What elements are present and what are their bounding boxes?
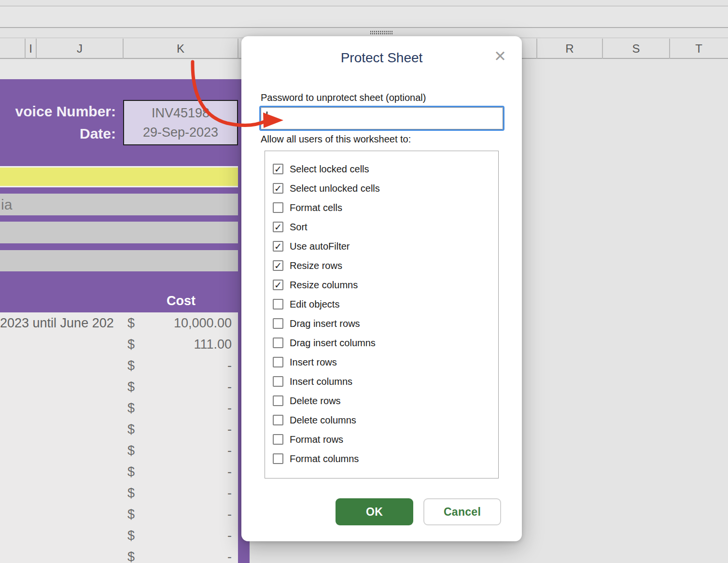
dialog-title: Protect Sheet [241, 50, 522, 66]
checkbox-checked[interactable]: ✓ [273, 241, 283, 252]
column-header-s[interactable]: S [602, 39, 670, 59]
column-header-i[interactable]: I [25, 39, 36, 59]
permission-row: ✓Sort [265, 217, 498, 237]
checkbox-unchecked[interactable] [273, 376, 283, 387]
close-icon[interactable]: ✕ [491, 48, 509, 65]
amount-cell: - [139, 549, 238, 563]
period-cell: 2023 until June 202 [0, 316, 125, 331]
checkbox-unchecked[interactable] [273, 299, 283, 310]
checkbox-unchecked[interactable] [273, 338, 283, 348]
cost-table-row: $- [0, 461, 238, 482]
permission-row: Delete rows [265, 391, 498, 410]
password-label: Password to unprotect sheet (optional) [261, 92, 426, 103]
column-header-j[interactable]: J [36, 39, 123, 59]
permission-label: Insert rows [290, 357, 337, 368]
permission-row: Insert rows [265, 352, 498, 372]
currency-cell: $ [127, 464, 139, 479]
amount-cell: - [139, 443, 238, 458]
column-header-t[interactable]: T [670, 39, 728, 59]
invoice-header-block: voice Number: Date: INV45198 29-Sep-2023 [0, 79, 238, 166]
gray-data-row: ia [0, 194, 238, 215]
invoice-number-date-cell: INV45198 29-Sep-2023 [123, 100, 238, 145]
permission-row: ✓Select unlocked cells [265, 179, 498, 198]
currency-cell: $ [127, 337, 139, 352]
permission-label: Edit objects [290, 299, 339, 310]
gray-data-row [0, 222, 238, 243]
permission-row: Format cells [265, 198, 498, 217]
cost-column-header: Cost [135, 294, 227, 309]
permission-row: Drag insert rows [265, 314, 498, 333]
cancel-button[interactable]: Cancel [423, 498, 501, 525]
purple-divider-row [0, 215, 238, 222]
permission-row: ✓Resize columns [265, 275, 498, 295]
checkbox-checked[interactable]: ✓ [273, 260, 283, 271]
amount-cell: - [139, 486, 238, 501]
checkbox-unchecked[interactable] [273, 453, 283, 464]
currency-cell: $ [127, 401, 139, 416]
window-top-band [0, 0, 728, 6]
checkbox-unchecked[interactable] [273, 357, 283, 367]
column-header-r[interactable]: R [537, 39, 602, 59]
column-header-k[interactable]: K [123, 39, 238, 59]
splitter-handle[interactable] [370, 30, 393, 35]
currency-cell: $ [127, 358, 139, 373]
cost-table-row: 2023 until June 202$10,000.00 [0, 312, 238, 334]
permission-row: Format columns [265, 449, 498, 468]
checkbox-unchecked[interactable] [273, 415, 283, 425]
permission-row: Drag insert columns [265, 333, 498, 352]
allow-users-label: Allow all users of this worksheet to: [261, 134, 411, 145]
amount-cell: - [139, 528, 238, 543]
amount-cell: - [139, 380, 238, 394]
permission-label: Select unlocked cells [290, 183, 380, 194]
permission-label: Format columns [290, 453, 359, 464]
amount-cell: - [139, 507, 238, 522]
cost-table-row: $- [0, 504, 238, 525]
cost-table-row: $- [0, 397, 238, 419]
highlighted-yellow-row [0, 168, 238, 186]
currency-cell: $ [127, 507, 139, 522]
checkbox-checked[interactable]: ✓ [273, 183, 283, 194]
amount-cell: 10,000.00 [139, 316, 238, 331]
checkbox-unchecked[interactable] [273, 434, 283, 445]
ok-button[interactable]: OK [336, 498, 413, 525]
permission-label: Drag insert columns [290, 338, 376, 349]
currency-cell: $ [127, 549, 139, 563]
protect-sheet-dialog: Protect Sheet ✕ Password to unprotect sh… [241, 36, 522, 541]
permission-label: Drag insert rows [290, 318, 360, 329]
permission-label: Sort [290, 222, 308, 233]
permission-label: Use autoFilter [290, 241, 350, 252]
checkbox-checked[interactable]: ✓ [273, 280, 283, 290]
cost-table-body: 2023 until June 202$10,000.00$111.00$-$-… [0, 312, 238, 563]
checkbox-checked[interactable]: ✓ [273, 222, 283, 232]
cost-table-row: $111.00 [0, 334, 238, 355]
currency-cell: $ [127, 316, 139, 331]
amount-cell: - [139, 422, 238, 437]
toolbar-band [0, 7, 728, 28]
permission-row: Edit objects [265, 295, 498, 314]
permission-row: ✓Use autoFilter [265, 237, 498, 256]
purple-divider-row [0, 243, 238, 250]
permission-label: Format cells [290, 202, 342, 213]
purple-divider-row [0, 187, 238, 194]
permissions-list: ✓Select locked cells✓Select unlocked cel… [265, 151, 499, 479]
checkbox-unchecked[interactable] [273, 395, 283, 406]
currency-cell: $ [127, 380, 139, 394]
cost-table-row: $- [0, 525, 238, 546]
currency-cell: $ [127, 443, 139, 458]
password-input[interactable] [261, 107, 503, 129]
permission-label: Format rows [290, 434, 343, 445]
cost-table-row: $- [0, 419, 238, 440]
invoice-date-value: 29-Sep-2023 [143, 126, 218, 139]
amount-cell: - [139, 358, 238, 373]
invoice-number-label: voice Number: [0, 103, 116, 120]
permission-label: Insert columns [290, 376, 352, 387]
text-caret [266, 112, 267, 126]
permission-label: Resize columns [290, 280, 358, 291]
table-header-row: Cost [0, 271, 238, 312]
invoice-number-value: INV45198 [152, 106, 210, 120]
amount-cell: 111.00 [139, 337, 238, 352]
checkbox-unchecked[interactable] [273, 318, 283, 329]
empty-row [0, 60, 251, 79]
checkbox-checked[interactable]: ✓ [273, 164, 283, 174]
checkbox-unchecked[interactable] [273, 202, 283, 213]
